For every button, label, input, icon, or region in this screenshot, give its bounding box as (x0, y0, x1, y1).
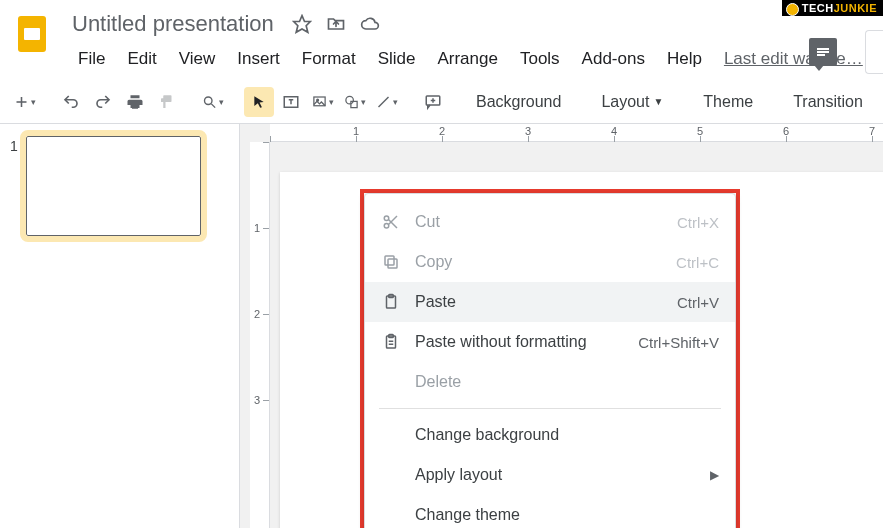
svg-rect-16 (351, 101, 357, 107)
select-tool[interactable] (244, 87, 274, 117)
horizontal-ruler: 1234567 (270, 124, 883, 142)
background-button[interactable]: Background (464, 87, 573, 117)
ctx-paste-plain-label: Paste without formatting (415, 333, 624, 351)
slide-thumbnail-1[interactable] (26, 136, 201, 236)
menu-tools[interactable]: Tools (510, 45, 570, 73)
svg-line-9 (211, 103, 215, 107)
image-tool[interactable] (308, 87, 338, 117)
menu-file[interactable]: File (68, 45, 115, 73)
undo-button[interactable] (56, 87, 86, 117)
transition-button[interactable]: Transition (781, 87, 875, 117)
vertical-ruler: 123 (250, 142, 270, 528)
ctx-change-bg-label: Change background (415, 426, 719, 444)
comment-tool[interactable] (418, 87, 448, 117)
new-slide-button[interactable] (10, 87, 40, 117)
empty-icon (381, 505, 401, 525)
main-area: 1 1234567 123 Cut Ctrl+X (0, 124, 883, 528)
menu-slide[interactable]: Slide (368, 45, 426, 73)
svg-point-8 (205, 97, 213, 105)
comments-button[interactable] (809, 38, 837, 66)
ctx-paste-hotkey: Ctrl+V (677, 294, 719, 311)
ctx-change-background[interactable]: Change background (365, 415, 735, 455)
svg-point-22 (384, 224, 389, 229)
clipboard-plain-icon (381, 332, 401, 352)
ctx-paste[interactable]: Paste Ctrl+V (365, 282, 735, 322)
ctx-paste-without-formatting[interactable]: Paste without formatting Ctrl+Shift+V (365, 322, 735, 362)
theme-button[interactable]: Theme (691, 87, 765, 117)
slides-logo[interactable] (12, 14, 52, 54)
slide-thumbnail-panel: 1 (0, 124, 240, 528)
ctx-cut: Cut Ctrl+X (365, 202, 735, 242)
app-header: Untitled presentation File Edit View Ins… (0, 0, 883, 80)
toolbar: Background Layout▼ Theme Transition (0, 80, 883, 124)
ctx-delete-label: Delete (415, 373, 719, 391)
menu-edit[interactable]: Edit (117, 45, 166, 73)
ctx-apply-layout[interactable]: Apply layout ▶ (365, 455, 735, 495)
svg-rect-1 (24, 28, 40, 40)
svg-point-21 (384, 216, 389, 221)
cloud-status-icon[interactable] (360, 14, 380, 34)
ctx-change-theme-label: Change theme (415, 506, 719, 524)
line-tool[interactable] (372, 87, 402, 117)
menu-help[interactable]: Help (657, 45, 712, 73)
menu-format[interactable]: Format (292, 45, 366, 73)
zoom-button[interactable] (198, 87, 228, 117)
scissors-icon (381, 212, 401, 232)
ctx-cut-label: Cut (415, 213, 663, 231)
watermark-techjunkie: TECHJUNKIE (782, 0, 883, 16)
paint-format-button (152, 87, 182, 117)
layout-button[interactable]: Layout▼ (589, 87, 675, 117)
menu-view[interactable]: View (169, 45, 226, 73)
ctx-copy-hotkey: Ctrl+C (676, 254, 719, 271)
menu-addons[interactable]: Add-ons (572, 45, 655, 73)
print-button[interactable] (120, 87, 150, 117)
clipboard-icon (381, 292, 401, 312)
last-edit-link[interactable]: Last edit was se… (724, 49, 863, 69)
ctx-copy-label: Copy (415, 253, 662, 271)
ctx-paste-plain-hotkey: Ctrl+Shift+V (638, 334, 719, 351)
move-to-folder-icon[interactable] (326, 14, 346, 34)
document-title[interactable]: Untitled presentation (68, 9, 278, 39)
svg-line-17 (379, 97, 389, 107)
redo-button[interactable] (88, 87, 118, 117)
menu-insert[interactable]: Insert (227, 45, 290, 73)
submenu-arrow-icon: ▶ (710, 468, 719, 482)
ctx-cut-hotkey: Ctrl+X (677, 214, 719, 231)
svg-marker-2 (293, 16, 310, 33)
ctx-apply-layout-label: Apply layout (415, 466, 696, 484)
ctx-copy: Copy Ctrl+C (365, 242, 735, 282)
menu-bar: File Edit View Insert Format Slide Arran… (68, 42, 863, 76)
context-menu-highlight-box: Cut Ctrl+X Copy Ctrl+C Paste Ctrl+V (360, 189, 740, 528)
svg-rect-25 (388, 259, 397, 268)
canvas-area: 1234567 123 Cut Ctrl+X Copy Ctr (240, 124, 883, 528)
ctx-paste-label: Paste (415, 293, 663, 311)
context-menu-separator (379, 408, 721, 409)
context-menu: Cut Ctrl+X Copy Ctrl+C Paste Ctrl+V (364, 193, 736, 528)
svg-rect-26 (385, 256, 394, 265)
shape-tool[interactable] (340, 87, 370, 117)
ctx-change-theme[interactable]: Change theme (365, 495, 735, 528)
svg-point-15 (346, 96, 354, 104)
textbox-tool[interactable] (276, 87, 306, 117)
star-icon[interactable] (292, 14, 312, 34)
menu-arrange[interactable]: Arrange (427, 45, 507, 73)
empty-icon (381, 465, 401, 485)
empty-icon (381, 372, 401, 392)
present-button-edge[interactable] (865, 30, 883, 74)
copy-icon (381, 252, 401, 272)
empty-icon (381, 425, 401, 445)
slide-number: 1 (10, 136, 18, 236)
ctx-delete: Delete (365, 362, 735, 402)
